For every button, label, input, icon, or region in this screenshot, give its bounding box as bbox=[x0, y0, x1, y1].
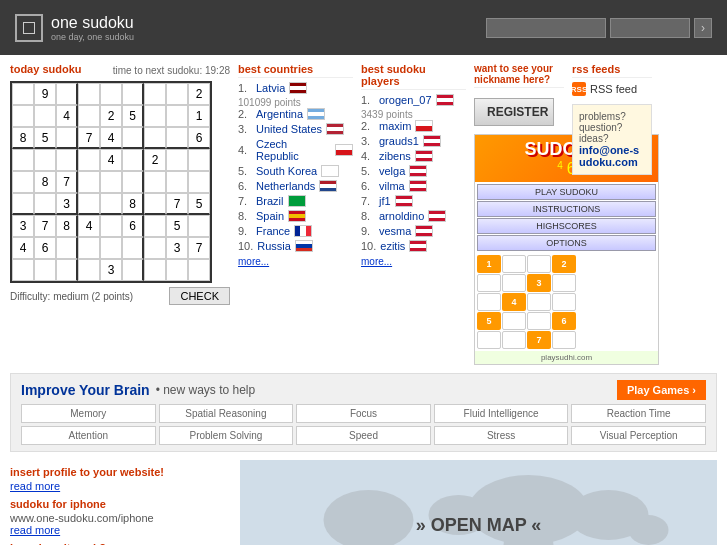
sudoku-cell[interactable] bbox=[78, 237, 100, 259]
sudoku-cell[interactable] bbox=[78, 149, 100, 171]
sudoku-cell[interactable] bbox=[34, 105, 56, 127]
check-button[interactable]: CHECK bbox=[169, 287, 230, 305]
players-more[interactable]: more... bbox=[361, 256, 392, 267]
sudoku-cell[interactable] bbox=[144, 259, 166, 281]
player-name[interactable]: maxim bbox=[379, 120, 411, 132]
sudoku-cell[interactable] bbox=[188, 215, 210, 237]
sudoku-cell[interactable] bbox=[166, 105, 188, 127]
brain-tag[interactable]: Reaction Time bbox=[571, 404, 706, 423]
sudoku-cell[interactable] bbox=[78, 83, 100, 105]
sudoku-cell[interactable]: 1 bbox=[188, 105, 210, 127]
sudoku-cell[interactable]: 7 bbox=[56, 171, 78, 193]
sudoku-cell[interactable] bbox=[166, 83, 188, 105]
brain-tag[interactable]: Stress bbox=[434, 426, 569, 445]
sudoku-cell[interactable]: 2 bbox=[144, 149, 166, 171]
sudoku-cell[interactable] bbox=[122, 127, 144, 149]
sudoku-cell[interactable]: 6 bbox=[34, 237, 56, 259]
sudoku-cell[interactable] bbox=[34, 259, 56, 281]
sudoku-cell[interactable] bbox=[56, 237, 78, 259]
sudoku-cell[interactable]: 7 bbox=[188, 237, 210, 259]
country-name[interactable]: Czech Republic bbox=[256, 138, 331, 162]
sudoku-cell[interactable]: 3 bbox=[166, 237, 188, 259]
sudoku-cell[interactable] bbox=[100, 237, 122, 259]
player-name[interactable]: grauds1 bbox=[379, 135, 419, 147]
sudoku-cell[interactable]: 4 bbox=[12, 237, 34, 259]
rss-feed-item[interactable]: RSS RSS feed bbox=[572, 82, 652, 96]
sudoku-cell[interactable]: 4 bbox=[100, 127, 122, 149]
sudoku-grid[interactable]: 924251857464287387537846546373 bbox=[10, 81, 212, 283]
brain-tag[interactable]: Focus bbox=[296, 404, 431, 423]
sudoku-cell[interactable] bbox=[166, 259, 188, 281]
country-name[interactable]: Argentina bbox=[256, 108, 303, 120]
sudoku-cell[interactable] bbox=[12, 149, 34, 171]
sudoku-cell[interactable] bbox=[56, 127, 78, 149]
country-name[interactable]: United States bbox=[256, 123, 322, 135]
profile-read-more[interactable]: read more bbox=[10, 480, 230, 492]
brain-tag[interactable]: Spatial Reasoning bbox=[159, 404, 294, 423]
sudoku-cell[interactable]: 5 bbox=[166, 215, 188, 237]
sudoku-cell[interactable] bbox=[12, 259, 34, 281]
sudoku-cell[interactable] bbox=[144, 127, 166, 149]
sudoku-cell[interactable] bbox=[166, 127, 188, 149]
country-name[interactable]: South Korea bbox=[256, 165, 317, 177]
sudoku-cell[interactable] bbox=[34, 149, 56, 171]
search-input[interactable] bbox=[486, 18, 606, 38]
sudoku-cell[interactable] bbox=[188, 259, 210, 281]
sudoku-cell[interactable] bbox=[122, 149, 144, 171]
brain-tag[interactable]: Memory bbox=[21, 404, 156, 423]
countries-more[interactable]: more... bbox=[238, 256, 269, 267]
sudoku-cell[interactable]: 6 bbox=[188, 127, 210, 149]
brain-tag[interactable]: Fluid Intelligence bbox=[434, 404, 569, 423]
player-name[interactable]: vilma bbox=[379, 180, 405, 192]
player-name[interactable]: arnoldino bbox=[379, 210, 424, 222]
player-name[interactable]: zibens bbox=[379, 150, 411, 162]
sudoku-cell[interactable]: 8 bbox=[122, 193, 144, 215]
sudoku-cell[interactable]: 6 bbox=[122, 215, 144, 237]
sudoku-cell[interactable]: 3 bbox=[100, 259, 122, 281]
sudoku-cell[interactable] bbox=[78, 105, 100, 127]
sudoku-cell[interactable]: 7 bbox=[78, 127, 100, 149]
sudoku-cell[interactable]: 8 bbox=[12, 127, 34, 149]
sudoku-cell[interactable] bbox=[122, 259, 144, 281]
sudoku-cell[interactable] bbox=[144, 83, 166, 105]
sudoku-cell[interactable]: 4 bbox=[78, 215, 100, 237]
sudoku-cell[interactable] bbox=[144, 171, 166, 193]
brain-tag[interactable]: Visual Perception bbox=[571, 426, 706, 445]
sudoku-cell[interactable] bbox=[78, 171, 100, 193]
sudoku-cell[interactable]: 3 bbox=[12, 215, 34, 237]
sudoku-cell[interactable] bbox=[144, 105, 166, 127]
sudoku-cell[interactable] bbox=[12, 171, 34, 193]
sudoku-cell[interactable] bbox=[100, 215, 122, 237]
country-name[interactable]: Russia bbox=[257, 240, 291, 252]
sudoku-cell[interactable]: 4 bbox=[100, 149, 122, 171]
sudoku-cell[interactable]: 8 bbox=[34, 171, 56, 193]
play-games-button[interactable]: Play Games › bbox=[617, 380, 706, 400]
brain-tag[interactable]: Problem Solving bbox=[159, 426, 294, 445]
sudoku-cell[interactable]: 4 bbox=[56, 105, 78, 127]
sudoku-cell[interactable] bbox=[122, 83, 144, 105]
search-input2[interactable] bbox=[610, 18, 690, 38]
search-button[interactable]: › bbox=[694, 18, 712, 38]
sudoku-cell[interactable] bbox=[78, 193, 100, 215]
sudoku-cell[interactable]: 2 bbox=[100, 105, 122, 127]
sudoku-cell[interactable] bbox=[56, 259, 78, 281]
country-name[interactable]: Latvia bbox=[256, 82, 285, 94]
brain-tag[interactable]: Attention bbox=[21, 426, 156, 445]
sudoku-cell[interactable] bbox=[12, 105, 34, 127]
country-name[interactable]: Spain bbox=[256, 210, 284, 222]
player-name[interactable]: orogen_07 bbox=[379, 94, 432, 106]
player-name[interactable]: vesma bbox=[379, 225, 411, 237]
sudoku-cell[interactable] bbox=[56, 149, 78, 171]
iphone-read-more[interactable]: read more bbox=[10, 524, 230, 536]
player-name[interactable]: jf1 bbox=[379, 195, 391, 207]
sudoku-cell[interactable]: 7 bbox=[166, 193, 188, 215]
sudoku-cell[interactable] bbox=[56, 83, 78, 105]
sudoku-cell[interactable] bbox=[100, 171, 122, 193]
map-container[interactable]: » OPEN MAP « bbox=[240, 460, 717, 545]
sudoku-cell[interactable] bbox=[12, 193, 34, 215]
sudoku-cell[interactable]: 5 bbox=[188, 193, 210, 215]
sudoku-cell[interactable]: 2 bbox=[188, 83, 210, 105]
sudoku-cell[interactable] bbox=[144, 237, 166, 259]
sudoku-cell[interactable]: 9 bbox=[34, 83, 56, 105]
player-name[interactable]: ezitis bbox=[380, 240, 405, 252]
